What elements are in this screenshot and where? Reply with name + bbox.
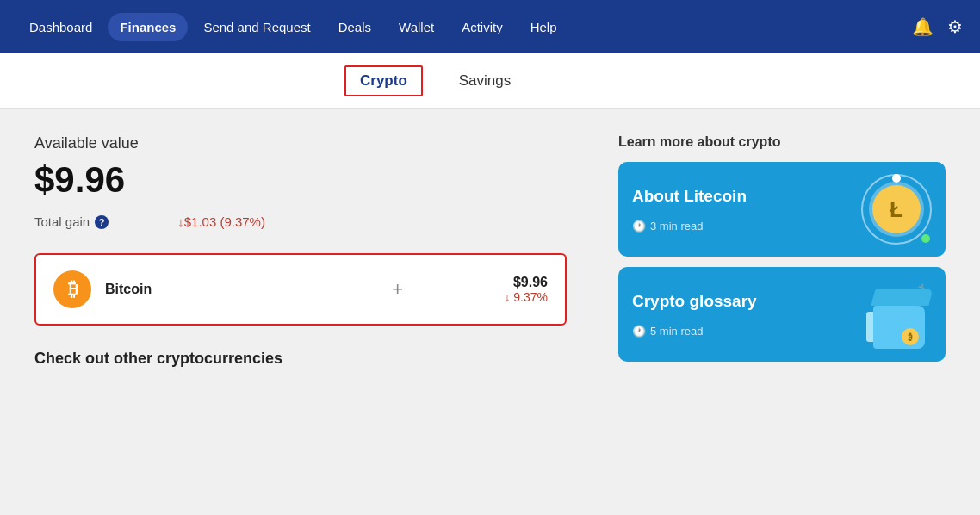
litecoin-card[interactable]: About Litecoin 🕐 3 min read Ł (618, 162, 946, 257)
available-label: Available value (34, 134, 567, 152)
crypto-usd: $9.96 (504, 275, 548, 290)
glossary-illustration: 🐋 ₿ (858, 276, 935, 353)
nav-item-deals[interactable]: Deals (326, 13, 383, 41)
tab-savings[interactable]: Savings (443, 65, 526, 96)
learn-title: Learn more about crypto (618, 134, 946, 150)
right-panel: Learn more about crypto About Litecoin 🕐… (618, 134, 946, 489)
gain-value: ↓$1.03 (9.37%) (177, 214, 265, 229)
litecoin-card-title: About Litecoin (632, 187, 747, 206)
litecoin-card-time: 🕐 3 min read (632, 220, 747, 233)
glossary-card-content: Crypto glossary 🕐 5 min read (632, 292, 757, 338)
gain-row: Total gain ? ↓$1.03 (9.37%) (34, 214, 567, 229)
glossary-card[interactable]: Crypto glossary 🕐 5 min read 🐋 ₿ (618, 267, 946, 362)
nav-item-dashboard[interactable]: Dashboard (17, 13, 104, 41)
nav-links: Dashboard Finances Send and Request Deal… (17, 13, 569, 41)
nav-item-help[interactable]: Help (518, 13, 569, 41)
gear-icon[interactable]: ⚙ (947, 16, 963, 37)
crypto-add-button[interactable]: + (305, 278, 491, 301)
crypto-pct: ↓ 9.37% (504, 290, 548, 304)
glossary-card-time: 🕐 5 min read (632, 325, 757, 338)
nav-icon-group: 🔔 ⚙ (912, 16, 963, 37)
litecoin-card-content: About Litecoin 🕐 3 min read (632, 187, 747, 233)
other-cryptos-label: Check out other cryptocurrencies (34, 350, 567, 368)
tab-crypto[interactable]: Crypto (344, 65, 423, 96)
clock-icon: 🕐 (632, 220, 646, 233)
bitcoin-icon: ₿ (53, 270, 91, 308)
main-content: Available value $9.96 Total gain ? ↓$1.0… (0, 109, 980, 515)
nav-item-send-request[interactable]: Send and Request (191, 13, 322, 41)
glossary-card-title: Crypto glossary (632, 292, 757, 311)
nav-item-wallet[interactable]: Wallet (387, 13, 446, 41)
crypto-values: $9.96 ↓ 9.37% (504, 275, 548, 304)
nav-item-activity[interactable]: Activity (450, 13, 515, 41)
gain-label: Total gain ? (34, 214, 109, 229)
litecoin-illustration: Ł (858, 171, 935, 248)
crypto-name: Bitcoin (105, 282, 291, 297)
bitcoin-card[interactable]: ₿ Bitcoin + $9.96 ↓ 9.37% (34, 253, 567, 326)
available-value: $9.96 (34, 159, 567, 201)
bell-icon[interactable]: 🔔 (912, 16, 933, 37)
navbar: Dashboard Finances Send and Request Deal… (0, 0, 980, 53)
gain-info-icon[interactable]: ? (95, 215, 109, 229)
nav-item-finances[interactable]: Finances (108, 13, 188, 41)
left-panel: Available value $9.96 Total gain ? ↓$1.0… (34, 134, 567, 489)
subtabs: Crypto Savings (0, 53, 980, 109)
clock-icon-2: 🕐 (632, 325, 646, 338)
